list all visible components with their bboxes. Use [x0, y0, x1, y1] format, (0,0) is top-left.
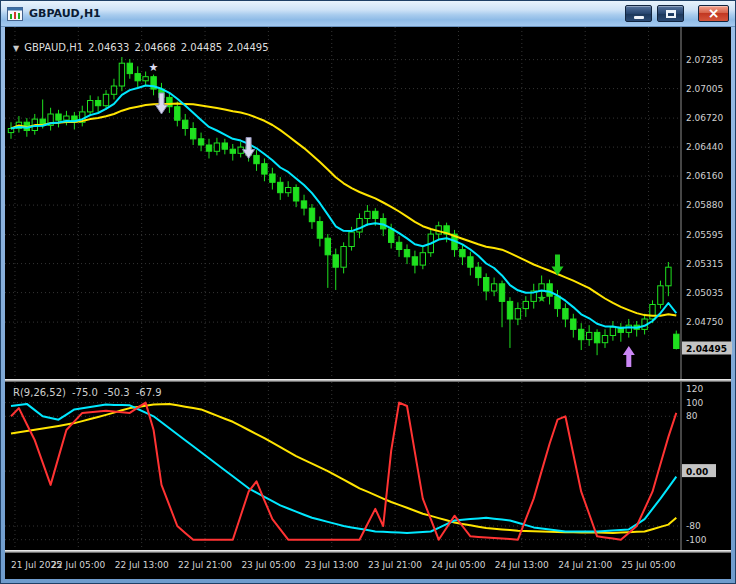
signal-star-icon: ★ — [149, 61, 159, 74]
chart-area: ★★2.072852.070052.067202.064402.061602.0… — [5, 27, 731, 579]
bull-candle — [658, 286, 663, 305]
main-chart-pane[interactable]: ★★2.072852.070052.067202.064402.061602.0… — [5, 27, 731, 379]
indicator-canvas: 120100800.00-80-100 — [5, 382, 733, 550]
minimize-icon — [634, 16, 644, 19]
bear-candle — [373, 211, 378, 218]
main-chart-canvas: ★★2.072852.070052.067202.064402.061602.0… — [5, 27, 733, 379]
bull-candle — [602, 336, 607, 343]
time-label: 22 Jul 13:00 — [115, 560, 169, 570]
bear-candle — [278, 182, 283, 192]
bear-candle — [389, 229, 394, 243]
bear-candle — [460, 250, 465, 257]
indicator-scale-label: 100 — [686, 398, 703, 408]
time-label: 25 Jul 05:00 — [622, 560, 676, 570]
bull-candle — [111, 86, 116, 94]
low-value: 2.04485 — [181, 42, 222, 53]
bear-candle — [183, 120, 188, 128]
r-fast-red-line — [11, 403, 676, 540]
price-axis-label: 2.06440 — [686, 142, 723, 152]
close-button[interactable]: × — [698, 5, 729, 22]
price-axis-labels[interactable]: 2.072852.070052.067202.064402.061602.058… — [686, 55, 723, 327]
svg-text:2.04495: 2.04495 — [686, 344, 727, 354]
bear-candle — [555, 296, 560, 308]
bear-candle — [333, 255, 338, 267]
time-axis[interactable]: 21 Jul 202522 Jul 05:0022 Jul 13:0022 Ju… — [5, 553, 731, 579]
bear-candle — [135, 74, 140, 81]
indicator-scale-label: -100 — [686, 535, 707, 545]
bull-candle — [650, 305, 655, 320]
bull-candle — [64, 116, 69, 120]
indicator-pane[interactable]: 120100800.00-80-100 R(9,26,52)-75.0-50.3… — [5, 382, 731, 550]
bear-candle — [571, 319, 576, 329]
high-value: 2.04668 — [134, 42, 175, 53]
bear-candle — [254, 155, 259, 163]
chart-window: GBPAUD,H1 × ★★2.072852.070052.067202.064… — [0, 0, 736, 584]
bear-candle — [175, 107, 180, 121]
bull-candle — [523, 301, 528, 308]
bear-candle — [293, 188, 298, 202]
main-grid — [5, 27, 681, 379]
bull-candle — [88, 101, 93, 112]
bull-candle — [341, 247, 346, 268]
price-axis-label: 2.06160 — [686, 171, 723, 181]
window-title: GBPAUD,H1 — [29, 7, 101, 20]
bear-candle — [309, 208, 314, 222]
bull-candle — [587, 332, 592, 339]
time-label: 24 Jul 21:00 — [558, 560, 612, 570]
bull-candle — [515, 309, 520, 319]
indicator-scale-label: 0.00 — [686, 467, 708, 477]
current-price-tag: 2.04495 — [682, 342, 732, 355]
bull-candle — [214, 143, 219, 151]
price-axis-label: 2.06720 — [686, 113, 723, 123]
time-label: 23 Jul 21:00 — [368, 560, 422, 570]
bull-candle — [420, 253, 425, 265]
minimize-button[interactable] — [625, 5, 652, 22]
signal-star-icon: ★ — [537, 292, 547, 305]
time-label: 24 Jul 05:00 — [432, 560, 486, 570]
bull-candle — [365, 211, 370, 218]
bear-candle — [484, 278, 489, 292]
bull-candle — [610, 327, 615, 335]
bear-candle — [468, 257, 473, 267]
bull-candle — [491, 284, 496, 291]
bear-candle — [270, 174, 275, 182]
bear-candle — [499, 284, 504, 302]
fast-ma-line — [11, 86, 676, 328]
bear-candle — [404, 250, 409, 257]
indicator-value-2: -50.3 — [104, 387, 130, 398]
bull-candle — [103, 94, 108, 105]
bear-candle — [317, 222, 322, 239]
collapse-icon[interactable]: ▼ — [13, 44, 19, 53]
title-bar[interactable]: GBPAUD,H1 × — [1, 1, 735, 27]
bear-candle — [222, 143, 227, 149]
time-label: 22 Jul 21:00 — [178, 560, 232, 570]
indicator-grid — [5, 382, 681, 550]
window-controls: × — [620, 5, 729, 22]
bear-candle — [547, 284, 552, 296]
maximize-button[interactable] — [657, 5, 684, 22]
time-label: 23 Jul 13:00 — [305, 560, 359, 570]
bear-candle — [563, 309, 568, 319]
bear-candle — [206, 145, 211, 151]
indicator-scale-label: 120 — [686, 384, 703, 394]
indicator-value-3: -67.9 — [136, 387, 162, 398]
slow-ma-line — [11, 104, 676, 316]
price-axis-label: 2.05880 — [686, 200, 723, 210]
bull-candle — [349, 232, 354, 247]
bear-candle — [301, 201, 306, 208]
indicator-name: R(9,26,52) — [13, 387, 66, 398]
price-axis-label: 2.07005 — [686, 84, 723, 94]
signal-arrow-down-icon — [243, 138, 255, 159]
indicator-axis-labels[interactable]: 120100800.00-80-100 — [682, 384, 716, 545]
bear-candle — [507, 301, 512, 319]
bull-candle — [286, 188, 291, 193]
bear-candle — [127, 63, 132, 73]
close-value: 2.04495 — [227, 42, 268, 53]
time-label: 24 Jul 13:00 — [495, 560, 549, 570]
bull-candle — [119, 63, 124, 86]
time-label: 23 Jul 05:00 — [241, 560, 295, 570]
bear-candle — [198, 139, 203, 145]
bear-candle — [412, 257, 417, 265]
indicator-header: R(9,26,52)-75.0-50.3-67.9 — [13, 387, 168, 398]
chart-icon — [7, 7, 23, 21]
